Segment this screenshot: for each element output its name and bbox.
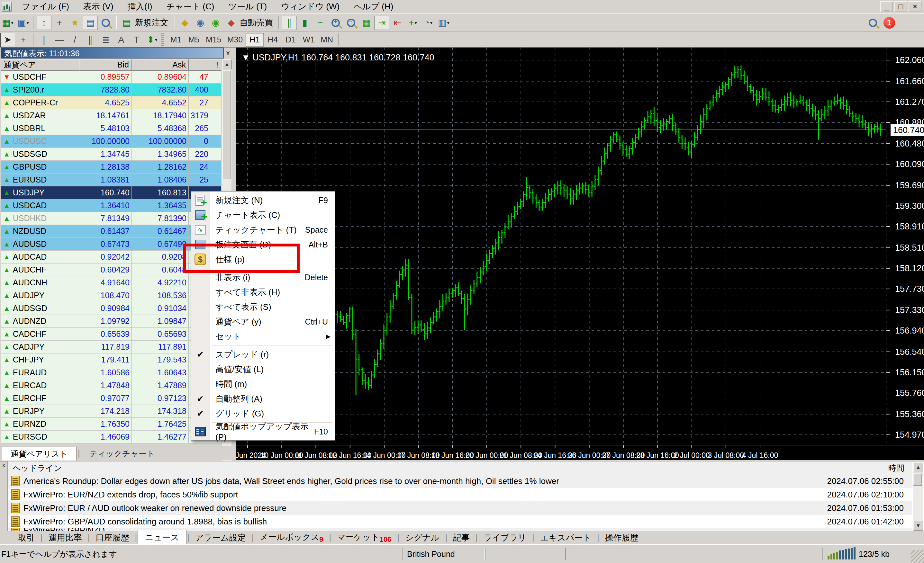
notification-badge[interactable]: 1: [884, 17, 895, 28]
market-watch-tab-0[interactable]: 通貨ペアリスト: [2, 447, 76, 461]
column-header-0[interactable]: 通貨ペア: [1, 59, 79, 71]
menu-item-6[interactable]: ヘルプ (H): [346, 0, 400, 13]
menu-item-5[interactable]: ウィンドウ (W): [274, 0, 346, 13]
terminal-tab-3[interactable]: ニュース: [138, 530, 186, 545]
news-scrollbar[interactable]: ▲ ▼: [913, 462, 923, 531]
menu-item-1[interactable]: 表示 (V): [76, 0, 121, 13]
market-watch-row[interactable]: ▲USDUSC100.00000100.000000: [1, 135, 221, 148]
terminal-tab-10[interactable]: エキスパート: [535, 531, 596, 544]
timeframe-h4[interactable]: H4: [264, 33, 282, 46]
terminal-button[interactable]: ▤: [83, 16, 98, 30]
price-chart[interactable]: 162.060161.660161.270160.880160.480160.0…: [236, 48, 924, 460]
market-watch-row[interactable]: ▲GBPUSD1.281381.2816224: [1, 161, 221, 174]
market-watch-row[interactable]: ▲USDZAR18.1476118.179403179: [1, 109, 221, 122]
news-row[interactable]: FxWirePro: EUR/NZD extends drop, faces 5…: [8, 488, 912, 501]
terminal-tab-6[interactable]: マーケット106: [332, 530, 396, 545]
terminal-tab-2[interactable]: 口座履歴: [91, 531, 134, 544]
context-menu-item-12[interactable]: ✔スプレッド (r): [191, 347, 335, 362]
menu-item-4[interactable]: ツール (T): [221, 0, 274, 13]
news-row[interactable]: FxWirePro: EUR / AUD outlook weaker on r…: [8, 501, 912, 515]
menu-item-0[interactable]: ファイル (F): [15, 0, 76, 13]
scroll-up-icon[interactable]: ▲: [222, 59, 232, 69]
metaeditor-button[interactable]: ◆: [177, 16, 192, 30]
market-watch-row[interactable]: ▲EURAUD1.605861.60643: [1, 366, 221, 379]
news-headline-column-header[interactable]: ヘッドライン: [8, 462, 62, 474]
zoom-in-button[interactable]: +: [328, 16, 343, 30]
timeframe-mn[interactable]: MN: [318, 33, 336, 46]
market-watch-row[interactable]: ▲AUDNZD1.097921.09847: [1, 315, 221, 328]
profiles-button[interactable]: ▣▾: [16, 16, 30, 30]
channel-tool[interactable]: ∥: [83, 33, 98, 47]
context-menu-item-18[interactable]: 気配値ポップアップ表示 (P)F10: [191, 424, 335, 439]
news-row[interactable]: FxWirePro: GBP/AUD consolidating around …: [8, 515, 912, 528]
trendline-tool[interactable]: /: [68, 33, 82, 47]
label-tool[interactable]: T: [129, 33, 144, 47]
context-menu-item-13[interactable]: 高値/安値 (L): [191, 362, 335, 377]
cursor-tool[interactable]: ➤: [0, 33, 15, 47]
market-watch-row[interactable]: ▲EURSGD1.460691.46277: [1, 431, 221, 443]
market-watch-row[interactable]: ▲AUDJPY108.470108.536: [1, 289, 221, 302]
timeframe-d1[interactable]: D1: [282, 33, 300, 46]
templates-button[interactable]: ▥▾: [436, 16, 451, 30]
market-watch-row[interactable]: ▲SPI200.r7828.807832.80400: [1, 84, 221, 96]
market-watch-row[interactable]: ▲EURJPY174.218174.318: [1, 405, 221, 418]
market-watch-row[interactable]: ▲CADJPY117.819117.891: [1, 341, 221, 353]
market-watch-row[interactable]: ▲USDBRL5.481035.48368265: [1, 122, 221, 135]
terminal-tab-1[interactable]: 運用比率: [44, 531, 87, 544]
terminal-tab-4[interactable]: アラーム設定: [190, 531, 251, 544]
timeframe-m30[interactable]: M30: [224, 33, 246, 46]
terminal-tab-8[interactable]: 記事: [448, 531, 475, 544]
news-scroll-thumb[interactable]: [913, 473, 922, 486]
market-watch-row[interactable]: ▲AUDSGD0.909840.91034: [1, 302, 221, 315]
community-button[interactable]: ◉: [193, 16, 208, 30]
restore-button[interactable]: □: [894, 1, 907, 12]
news-row[interactable]: America's Roundup: Dollar edges down aft…: [8, 474, 912, 488]
market-watch-row[interactable]: ▲USDHKD7.813497.81390: [1, 212, 221, 225]
context-menu-item-0[interactable]: 新規注文 (N)F9: [191, 193, 335, 208]
search-icon[interactable]: [869, 19, 877, 27]
market-button[interactable]: ◆: [224, 16, 238, 30]
data-window-button[interactable]: +: [52, 16, 67, 30]
market-watch-row[interactable]: ▲AUDCNH4.916404.92210: [1, 276, 221, 289]
chart-bars-button[interactable]: ∥: [282, 16, 297, 30]
fibonacci-tool[interactable]: ≣: [98, 33, 113, 47]
market-watch-row[interactable]: ▲EURUSD1.083811.0840625: [1, 174, 221, 186]
auto-scroll-button[interactable]: ⇥: [375, 16, 389, 30]
market-watch-row[interactable]: ▲USDCAD1.364101.36435: [1, 199, 221, 212]
market-watch-row[interactable]: ▲CADCHF0.656390.65693: [1, 328, 221, 341]
column-header-2[interactable]: Ask: [132, 59, 189, 71]
context-menu-item-15[interactable]: ✔自動整列 (A): [191, 391, 335, 406]
chart-shift-button[interactable]: ⇤: [390, 16, 405, 30]
timeframe-m5[interactable]: M5: [185, 33, 203, 46]
new-order-button[interactable]: ▤: [119, 16, 134, 30]
strategy-tester-button[interactable]: [98, 16, 113, 30]
chart-line-button[interactable]: ~: [313, 16, 328, 30]
crosshair-tool[interactable]: +: [16, 33, 30, 47]
close-button[interactable]: ×: [909, 1, 921, 12]
market-watch-row[interactable]: ▲NZDUSD0.614370.61467: [1, 225, 221, 238]
menu-item-3[interactable]: チャート (C): [159, 0, 221, 13]
terminal-tab-0[interactable]: 取引: [13, 531, 40, 544]
market-watch-row[interactable]: ▲EURCAD1.478481.47889: [1, 379, 221, 392]
new-chart-button[interactable]: ▦▾: [0, 16, 15, 30]
menu-item-2[interactable]: 挿入(I): [121, 0, 159, 13]
market-watch-row[interactable]: ▲EURNZD1.763501.76425: [1, 418, 221, 431]
news-time-column-header[interactable]: 時間: [888, 462, 912, 474]
market-watch-row[interactable]: ▲USDJPY160.740160.813: [1, 186, 221, 199]
news-scroll-down-icon[interactable]: ▼: [913, 521, 923, 531]
news-strip-close-icon[interactable]: x: [2, 461, 6, 469]
market-watch-toggle[interactable]: ↕: [37, 16, 51, 30]
market-watch-title[interactable]: 気配値表示: 11:01:36: [1, 48, 224, 58]
context-menu-item-2[interactable]: ∿ティックチャート (T)Space: [191, 222, 335, 237]
navigator-button[interactable]: ★: [68, 16, 82, 30]
timeframe-h1[interactable]: H1: [246, 33, 264, 46]
indicators-button[interactable]: +▾: [405, 16, 420, 30]
new-order-button-label[interactable]: 新規注文: [134, 17, 172, 28]
minimize-button[interactable]: _: [880, 1, 893, 12]
context-menu-item-16[interactable]: ✔グリッド (G): [191, 406, 335, 421]
market-watch-row[interactable]: ▲COPPER-Cr4.65254.655227: [1, 96, 221, 109]
context-menu-item-7[interactable]: すべて非表示 (H): [191, 285, 335, 299]
market-watch-tab-1[interactable]: ティックチャート: [81, 447, 164, 460]
text-tool[interactable]: A: [114, 33, 129, 47]
hline-tool[interactable]: —: [52, 33, 67, 47]
